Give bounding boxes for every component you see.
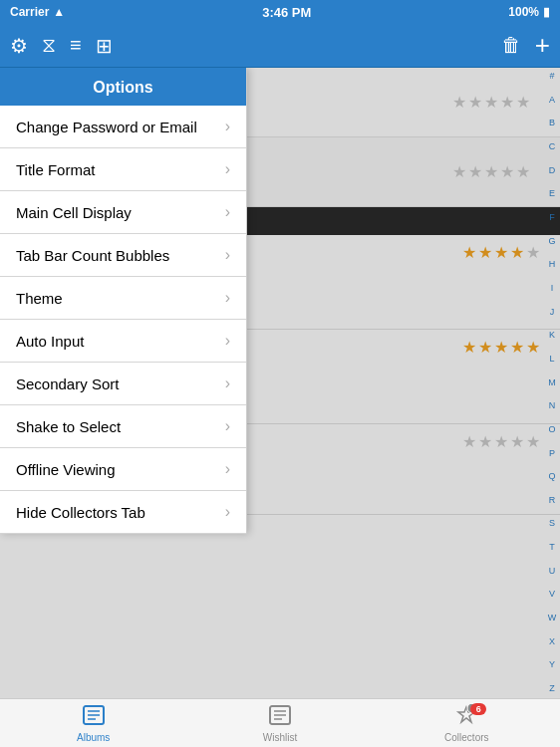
options-item-change-password[interactable]: Change Password or Email › xyxy=(0,106,246,148)
tab-collectors-label: Collectors xyxy=(444,732,488,743)
status-left: Carrier ▲ xyxy=(10,5,65,19)
main-toolbar: ⚙ ⧖ ≡ ⊞ 🗑 + xyxy=(0,24,560,68)
wishlist-icon xyxy=(268,704,292,730)
options-item-label: Main Cell Display xyxy=(16,204,132,221)
tab-albums-label: Albums xyxy=(77,732,110,743)
tab-bar: Albums Wishlist 6 6 Collectors xyxy=(0,698,560,747)
tab-wishlist-label: Wishlist xyxy=(263,732,297,743)
toolbar-right-icons: 🗑 + xyxy=(501,30,550,61)
collectors-badge: 6 xyxy=(470,703,486,715)
options-item-label: Offline Viewing xyxy=(16,461,116,478)
chevron-right-icon: › xyxy=(225,289,230,307)
carrier-text: Carrier xyxy=(10,5,49,19)
trash-icon[interactable]: 🗑 xyxy=(501,34,521,57)
options-item-theme[interactable]: Theme › xyxy=(0,277,246,320)
grid-icon[interactable]: ⊞ xyxy=(96,34,113,58)
filter-icon[interactable]: ⧖ xyxy=(42,34,56,57)
options-item-hide-collectors-tab[interactable]: Hide Collectors Tab › xyxy=(0,491,246,534)
add-icon[interactable]: + xyxy=(535,30,550,61)
chevron-right-icon: › xyxy=(225,160,230,178)
status-right: 100% ▮ xyxy=(508,5,550,19)
options-item-label: Shake to Select xyxy=(16,418,121,435)
wifi-icon: ▲ xyxy=(53,5,65,19)
toolbar-left-icons: ⚙ ⧖ ≡ ⊞ xyxy=(10,34,113,58)
options-item-label: Tab Bar Count Bubbles xyxy=(16,247,169,264)
sort-icon[interactable]: ≡ xyxy=(70,34,82,57)
options-item-offline-viewing[interactable]: Offline Viewing › xyxy=(0,448,246,491)
options-item-title-format[interactable]: Title Format › xyxy=(0,148,246,191)
options-item-shake-to-select[interactable]: Shake to Select › xyxy=(0,405,246,448)
battery-text: 100% xyxy=(508,5,539,19)
options-item-label: Auto Input xyxy=(16,333,84,350)
options-item-label: Title Format xyxy=(16,161,95,178)
tab-albums[interactable]: Albums xyxy=(0,699,186,747)
options-item-secondary-sort[interactable]: Secondary Sort › xyxy=(0,363,246,405)
chevron-right-icon: › xyxy=(225,246,230,264)
albums-icon xyxy=(82,704,106,730)
options-menu: Options Change Password or Email › Title… xyxy=(0,68,247,534)
status-bar: Carrier ▲ 3:46 PM 100% ▮ xyxy=(0,0,560,24)
chevron-right-icon: › xyxy=(225,374,230,392)
options-item-tab-bar-count[interactable]: Tab Bar Count Bubbles › xyxy=(0,234,246,277)
gear-icon[interactable]: ⚙ xyxy=(10,34,28,58)
options-title: Options xyxy=(93,79,152,96)
chevron-right-icon: › xyxy=(225,332,230,350)
battery-icon: ▮ xyxy=(543,5,550,19)
chevron-right-icon: › xyxy=(225,203,230,221)
chevron-right-icon: › xyxy=(225,118,230,135)
options-item-main-cell-display[interactable]: Main Cell Display › xyxy=(0,191,246,234)
content-area: mmer EP ★ ★ ★ ★ ★ ★ ★ ★ ★ ★ Y xyxy=(0,68,560,698)
options-item-label: Theme xyxy=(16,290,63,307)
options-item-label: Change Password or Email xyxy=(16,119,197,135)
chevron-right-icon: › xyxy=(225,503,230,521)
chevron-right-icon: › xyxy=(225,417,230,435)
chevron-right-icon: › xyxy=(225,460,230,478)
status-time: 3:46 PM xyxy=(262,5,311,20)
tab-collectors[interactable]: 6 6 Collectors xyxy=(374,699,560,747)
options-header: Options xyxy=(0,68,246,106)
options-item-label: Secondary Sort xyxy=(16,375,119,392)
tab-wishlist[interactable]: Wishlist xyxy=(186,699,373,747)
options-item-label: Hide Collectors Tab xyxy=(16,504,145,521)
options-item-auto-input[interactable]: Auto Input › xyxy=(0,320,246,363)
